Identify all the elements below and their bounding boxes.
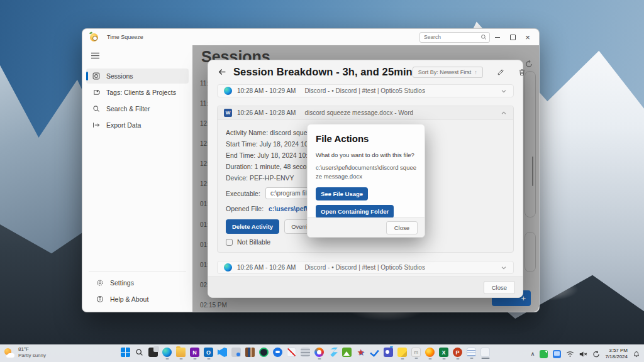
teams-icon[interactable] [384,348,393,357]
time-squeeze-taskbar-icon[interactable] [480,348,490,357]
screenshot-tool-icon[interactable] [342,348,352,357]
tray-sync-app-icon[interactable] [540,350,548,358]
activity-description: discord squeeze message.docx - Word [304,109,413,116]
taskbar-clock[interactable]: 3:57 PM 7/18/2024 [605,348,628,361]
browser-shield-icon[interactable] [314,348,324,357]
wifi-icon[interactable] [566,351,574,358]
hamburger-menu-icon[interactable] [91,51,101,60]
library-icon[interactable] [245,348,255,357]
see-file-usage-button[interactable]: See File Usage [316,187,368,200]
sessions-icon [92,72,100,80]
taskbar-search-icon[interactable] [135,348,144,357]
tray-overflow-chevron-icon[interactable]: ∧ [531,351,535,357]
not-billable-row: Not Billable [226,238,505,246]
chat-app-icon[interactable] [273,348,282,357]
sidebar-item-label: Sessions [106,72,133,80]
sort-direction-icon: ↑ [474,69,477,75]
firefox-icon[interactable] [425,348,435,357]
window-titlebar: Time Squeeze [82,29,539,45]
close-window-button[interactable] [520,31,535,43]
opened-file-label: Opened File: [226,205,264,212]
file-explorer-icon[interactable] [176,348,186,357]
taskbar-icons [121,348,490,357]
excel-icon[interactable] [439,348,448,357]
not-billable-label: Not Billable [237,238,270,246]
chevron-down-icon[interactable] [501,88,507,94]
sidebar: Sessions Tags: Clients & Projects Search… [82,45,192,312]
not-billable-checkbox[interactable] [226,239,233,246]
sidebar-item-label: Tags: Clients & Projects [106,89,176,96]
snipping-tool-icon[interactable] [287,348,296,357]
remote-desktop-icon[interactable] [231,348,241,357]
close-modal-button[interactable]: Close [386,221,418,234]
back-button[interactable] [218,68,226,76]
chevron-up-icon[interactable] [501,110,507,116]
gear-icon [96,279,104,287]
weather-temp: 81°F [18,346,46,353]
partly-sunny-icon [4,348,14,358]
tray-display-app-icon[interactable] [553,350,561,358]
utility-app-icon[interactable] [411,348,421,357]
desktop: Time Squeeze Sessions [0,0,644,362]
maximize-button[interactable] [505,31,520,43]
tag-icon [92,89,100,96]
sticky-notes-icon[interactable] [397,348,407,357]
session-activity-row[interactable]: 10:26 AM - 10:26 AM Discord - • Discord … [217,261,514,274]
weather-text: 81°F Partly sunny [18,346,46,359]
todo-app-icon[interactable] [370,348,379,357]
notepad-icon[interactable] [467,348,476,357]
executable-label: Executable: [226,190,260,197]
edge-taskbar-icon[interactable] [162,348,172,357]
sidebar-footer: Settings Help & About [86,271,189,308]
sidebar-item-help-about[interactable]: Help & About [90,292,185,307]
edge-icon [224,263,232,272]
sidebar-item-sessions[interactable]: Sessions [86,69,189,84]
delete-activity-button[interactable]: Delete Activity [226,219,279,234]
sidebar-item-label: Help & About [110,295,148,303]
sort-by-label: Sort By: Newest First [418,69,472,75]
pencil-icon [497,69,504,76]
dialog-footer: Close [208,277,523,297]
sidebar-item-label: Export Data [106,121,141,129]
onenote-icon[interactable] [190,348,199,357]
search-box[interactable] [419,32,490,43]
taskbar: 81°F Partly sunny [0,344,644,362]
sidebar-item-tags[interactable]: Tags: Clients & Projects [86,85,189,100]
open-containing-folder-button[interactable]: Open Containing Folder [316,205,394,218]
sidebar-item-label: Search & Filter [106,105,150,112]
game-app-icon[interactable] [356,348,365,357]
session-activity-row-expanded[interactable]: W 10:26 AM - 10:28 AM discord squeeze me… [218,106,513,120]
sort-by-button[interactable]: Sort By: Newest First ↑ [413,67,483,78]
activity-time-range: 10:26 AM - 10:26 AM [237,264,296,271]
modal-title: File Actions [316,133,416,144]
edit-session-button[interactable] [497,69,504,76]
tray-time: 3:57 PM [605,348,628,354]
sidebar-item-search-filter[interactable]: Search & Filter [86,101,189,116]
media-player-icon[interactable] [259,348,269,357]
modal-footer: Close [308,217,425,237]
sidebar-item-settings[interactable]: Settings [90,275,185,290]
powerpoint-icon[interactable] [453,348,462,357]
modal-prompt: What do you want to do with this file? [316,151,416,158]
activity-time-range: 10:28 AM - 10:29 AM [237,87,296,94]
sync-pending-icon[interactable] [592,351,600,358]
outlook-icon[interactable] [204,348,213,357]
session-activity-row[interactable]: 10:28 AM - 10:29 AM Discord - • Discord … [217,84,514,97]
weather-condition: Partly sunny [18,353,46,359]
weather-widget[interactable]: 81°F Partly sunny [4,346,46,359]
search-input[interactable] [424,34,480,40]
start-button-icon[interactable] [121,348,130,357]
flutter-icon[interactable] [328,348,338,357]
notification-bell-icon[interactable] [633,350,640,358]
tray-date: 7/18/2024 [605,354,628,360]
vscode-icon[interactable] [218,348,227,357]
task-view-icon[interactable] [148,348,158,357]
delete-session-button[interactable] [518,69,526,76]
database-tool-icon[interactable] [301,348,310,357]
chevron-down-icon[interactable] [501,265,507,271]
export-icon [92,121,100,129]
close-dialog-button[interactable]: Close [484,281,515,294]
minimize-button[interactable] [490,31,505,43]
sidebar-item-export-data[interactable]: Export Data [86,118,189,133]
volume-muted-icon[interactable] [579,351,587,358]
